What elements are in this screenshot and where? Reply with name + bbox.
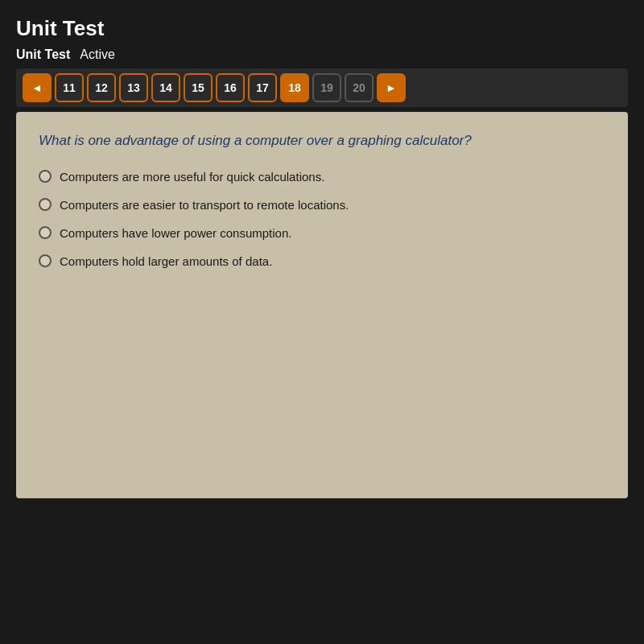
answer-text-d: Computers hold larger amounts of data. [60, 253, 272, 270]
question-text: What is one advantage of using a compute… [39, 131, 605, 151]
radio-a [39, 170, 52, 183]
prev-button[interactable]: ◄ [23, 73, 52, 102]
pagination: ◄ 11121314151617181920► [16, 68, 628, 107]
options-container: Computers are more useful for quick calc… [39, 168, 605, 270]
question-container: What is one advantage of using a compute… [16, 112, 628, 498]
answer-text-a: Computers are more useful for quick calc… [60, 168, 324, 185]
page-btn-19: 19 [312, 73, 341, 102]
page-btn-17[interactable]: 17 [248, 73, 277, 102]
breadcrumb: Unit Test Active [16, 44, 628, 68]
page-btn-13[interactable]: 13 [119, 73, 148, 102]
next-button[interactable]: ► [377, 73, 406, 102]
page-btn-18[interactable]: 18 [280, 73, 309, 102]
screen: Unit Test Unit Test Active ◄ 11121314151… [16, 8, 628, 498]
page-btn-16[interactable]: 16 [216, 73, 245, 102]
answer-option-b[interactable]: Computers are easier to transport to rem… [39, 196, 605, 213]
answer-text-c: Computers have lower power consumption. [60, 225, 291, 242]
answer-option-c[interactable]: Computers have lower power consumption. [39, 225, 605, 242]
page-btn-11[interactable]: 11 [55, 73, 84, 102]
page-btn-14[interactable]: 14 [151, 73, 180, 102]
breadcrumb-unit: Unit Test [16, 47, 70, 62]
breadcrumb-status: Active [80, 47, 115, 62]
answer-text-b: Computers are easier to transport to rem… [60, 196, 349, 213]
page-title: Unit Test [16, 8, 628, 44]
page-btn-12[interactable]: 12 [87, 73, 116, 102]
radio-c [39, 226, 52, 239]
answer-option-d[interactable]: Computers hold larger amounts of data. [39, 253, 605, 270]
radio-b [39, 198, 52, 211]
page-btn-20: 20 [345, 73, 374, 102]
answer-option-a[interactable]: Computers are more useful for quick calc… [39, 168, 605, 185]
radio-d [39, 254, 52, 267]
page-btn-15[interactable]: 15 [184, 73, 213, 102]
